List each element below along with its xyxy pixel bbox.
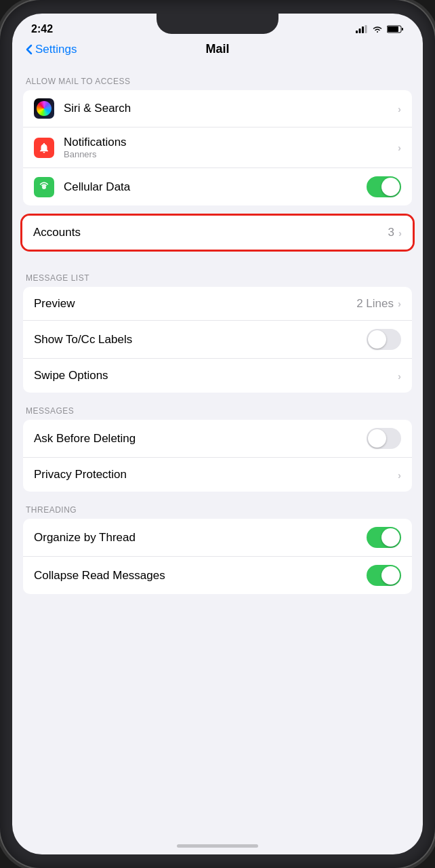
toggle-thumb [381,178,400,196]
accounts-label: Accounts [33,226,388,239]
page-title: Mail [205,42,229,56]
organize-by-thread-row[interactable]: Organize by Thread [23,519,412,557]
back-label: Settings [35,43,77,56]
status-icons [356,25,404,33]
cellular-data-label: Cellular Data [64,180,367,194]
cellular-data-icon [38,181,50,193]
allow-mail-header: ALLOW MAIL TO ACCESS [12,63,423,90]
notifications-text-group: Notifications Banners [64,136,398,159]
toggle-thumb-crm [381,566,400,585]
svg-rect-6 [402,28,403,31]
organize-by-thread-label: Organize by Thread [34,531,367,545]
accounts-highlight-border: Accounts 3 › [20,214,415,252]
accounts-value: 3 [388,226,394,239]
phone-shell: 2:42 [0,0,435,868]
organize-by-thread-toggle[interactable] [367,527,401,548]
swipe-options-label: Swipe Options [34,369,398,382]
preview-label: Preview [34,297,356,311]
privacy-protection-row[interactable]: Privacy Protection › [23,458,412,492]
notifications-row[interactable]: Notifications Banners › [23,127,412,168]
svg-rect-1 [359,28,361,33]
signal-icon [356,25,368,33]
notifications-icon [34,138,54,158]
message-list-header: MESSAGE LIST [12,260,423,287]
show-tocc-row[interactable]: Show To/Cc Labels [23,321,412,359]
show-tocc-toggle[interactable] [367,329,401,350]
svg-rect-0 [356,31,358,33]
ask-before-deleting-label: Ask Before Deleting [34,432,367,446]
svg-rect-5 [388,26,398,32]
siri-search-row[interactable]: Siri & Search › [23,90,412,127]
ask-before-deleting-toggle[interactable] [367,428,401,449]
message-list-group: Preview 2 Lines › Show To/Cc Labels Swip… [23,287,412,393]
swipe-options-row[interactable]: Swipe Options › [23,359,412,393]
back-chevron-icon [26,44,33,55]
ask-before-deleting-row[interactable]: Ask Before Deleting [23,420,412,458]
preview-chevron-icon: › [398,298,401,309]
cellular-icon [34,177,54,197]
accounts-group: Accounts 3 › [22,216,413,250]
accounts-spacer: Accounts 3 › [12,214,423,252]
phone-screen: 2:42 [12,14,423,854]
preview-value: 2 Lines [356,297,394,311]
notch [157,14,278,34]
notifications-chevron-icon: › [398,142,401,153]
nav-bar: Settings Mail [12,39,423,63]
cellular-data-row[interactable]: Cellular Data [23,168,412,205]
siri-orb [37,101,51,116]
cellular-data-toggle[interactable] [367,176,401,197]
notifications-label: Notifications [64,136,398,149]
battery-icon [387,25,404,33]
threading-header: THREADING [12,492,423,519]
svg-point-7 [42,185,46,189]
allow-mail-group: Siri & Search › Notifications Banners › [23,90,412,205]
collapse-read-messages-row[interactable]: Collapse Read Messages [23,557,412,594]
settings-content: ALLOW MAIL TO ACCESS Siri & Search › [12,63,423,843]
siri-search-label: Siri & Search [64,102,398,115]
messages-group: Ask Before Deleting Privacy Protection › [23,420,412,492]
accounts-row[interactable]: Accounts 3 › [22,216,413,250]
back-button[interactable]: Settings [26,43,77,56]
svg-rect-3 [365,25,367,33]
collapse-read-messages-label: Collapse Read Messages [34,569,367,583]
status-time: 2:42 [31,23,53,35]
toggle-thumb-tocc [368,330,386,349]
toggle-thumb-abd [368,429,386,448]
swipe-options-chevron-icon: › [398,370,401,382]
toggle-thumb-obt [381,528,400,547]
siri-icon [34,98,54,119]
show-tocc-label: Show To/Cc Labels [34,333,367,347]
privacy-protection-label: Privacy Protection [34,468,398,481]
privacy-protection-chevron-icon: › [398,469,401,481]
bell-icon [38,142,50,154]
wifi-icon [372,25,383,33]
siri-search-chevron-icon: › [398,103,401,115]
collapse-read-messages-toggle[interactable] [367,565,401,586]
preview-row[interactable]: Preview 2 Lines › [23,287,412,321]
accounts-chevron-icon: › [398,227,402,239]
messages-header: MESSAGES [12,393,423,420]
notifications-sublabel: Banners [64,149,398,159]
home-indicator [177,844,258,848]
svg-rect-2 [362,26,364,33]
threading-group: Organize by Thread Collapse Read Message… [23,519,412,594]
